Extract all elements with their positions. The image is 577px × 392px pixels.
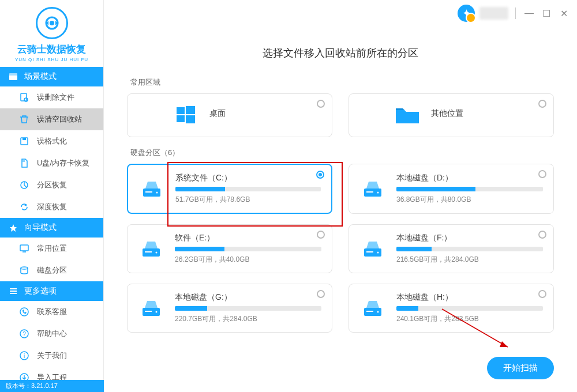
scene-icon — [8, 71, 18, 82]
svg-rect-28 — [186, 115, 195, 123]
monitor-icon — [18, 243, 30, 254]
menu-icon — [8, 286, 18, 296]
question-icon: ? — [18, 328, 30, 340]
disk-partition-label: 硬盘分区（6） — [130, 148, 554, 158]
svg-point-15 — [21, 267, 28, 269]
sidebar-item-label: 误格式化 — [37, 136, 67, 146]
disk-usage-bar — [175, 187, 321, 191]
disk-usage-text: 36.8GB可用，共80.0GB — [396, 195, 543, 205]
disk-title: 本地磁盘（H:） — [396, 292, 543, 303]
disk-usage-text: 220.7GB可用，共284.0GB — [175, 314, 321, 324]
drive-icon — [359, 176, 386, 202]
disk-title: 本地磁盘（D:） — [396, 173, 543, 183]
disk-usage-bar — [175, 306, 321, 311]
sidebar-item-label: 磁盘分区 — [37, 265, 67, 276]
section-label: 更多选项 — [24, 286, 57, 296]
drive-icon — [359, 295, 386, 322]
sidebar-item-recycle-bin[interactable]: 误清空回收站 — [0, 108, 103, 130]
svg-rect-31 — [145, 191, 152, 193]
svg-point-33 — [377, 191, 379, 193]
sidebar-item-deleted-files[interactable]: 误删除文件 — [0, 86, 103, 108]
disk-usage-bar — [175, 247, 321, 251]
svg-rect-27 — [177, 115, 185, 122]
svg-text:i: i — [24, 353, 25, 359]
radio-indicator — [538, 100, 546, 108]
phone-icon — [18, 306, 30, 318]
disk-grid: 系统文件（C:） 51.7GB可用，共78.6GB 本地磁盘（D:） 36.8G… — [127, 164, 554, 333]
section-header-wizard[interactable]: 向导模式 — [0, 218, 103, 238]
disk-usage-text: 51.7GB可用，共78.6GB — [175, 195, 321, 205]
page-title: 选择文件移入回收站前所在的分区 — [127, 46, 554, 60]
disk-icon — [18, 265, 30, 276]
pin-icon — [8, 223, 18, 233]
disk-title: 本地磁盘（F:） — [396, 233, 543, 243]
card-desktop[interactable]: 桌面 — [127, 93, 332, 137]
disk-card-2[interactable]: 软件（E:） 26.2GB可用，共40.0GB — [127, 224, 332, 273]
sidebar-item-label: 误清空回收站 — [37, 114, 82, 125]
card-other-location[interactable]: 其他位置 — [349, 93, 554, 137]
radio-indicator — [316, 171, 324, 179]
sidebar-item-usb[interactable]: U盘/内存卡恢复 — [0, 152, 103, 174]
svg-point-45 — [377, 311, 379, 312]
sidebar-item-label: 常用位置 — [37, 243, 67, 254]
version-bar: 版本号：3.21.0.17 — [0, 380, 104, 392]
logo-block: 云骑士数据恢复 YUN QI SHI SHU JU HUI FU — [0, 0, 103, 67]
disk-title: 软件（E:） — [175, 233, 321, 243]
radio-indicator — [538, 231, 546, 239]
svg-rect-40 — [366, 251, 373, 252]
svg-rect-34 — [366, 191, 373, 193]
sidebar-item-label: 关于我们 — [37, 350, 67, 361]
disk-title: 系统文件（C:） — [175, 173, 321, 183]
card-title: 其他位置 — [431, 108, 463, 119]
logo-title: 云骑士数据恢复 — [0, 43, 103, 56]
svg-rect-25 — [177, 107, 185, 114]
svg-rect-8 — [23, 138, 26, 140]
disk-card-4[interactable]: 本地磁盘（G:） 220.7GB可用，共284.0GB — [127, 284, 332, 333]
disk-card-0[interactable]: 系统文件（C:） 51.7GB可用，共78.6GB — [127, 164, 332, 214]
drive-icon — [138, 295, 164, 322]
radio-indicator — [317, 290, 325, 298]
refresh-icon — [18, 201, 30, 213]
sidebar-item-common-location[interactable]: 常用位置 — [0, 238, 103, 259]
disk-usage-text: 26.2GB可用，共40.0GB — [175, 255, 321, 265]
svg-point-36 — [156, 251, 158, 253]
sidebar-item-disk-partition[interactable]: 磁盘分区 — [0, 259, 103, 281]
logo-icon — [36, 7, 68, 39]
sidebar-item-contact[interactable]: 联系客服 — [0, 301, 103, 323]
svg-point-42 — [156, 311, 158, 312]
svg-point-30 — [156, 191, 158, 193]
svg-rect-37 — [145, 251, 152, 252]
start-scan-button[interactable]: 开始扫描 — [487, 357, 554, 379]
folder-icon — [394, 102, 421, 129]
sidebar-item-help[interactable]: ? 帮助中心 — [0, 323, 103, 345]
svg-rect-46 — [366, 311, 373, 312]
sidebar-item-label: 帮助中心 — [37, 329, 67, 339]
info-icon: i — [18, 350, 30, 361]
radio-indicator — [317, 100, 325, 108]
sidebar-item-about[interactable]: i 关于我们 — [0, 345, 103, 367]
sidebar-item-format[interactable]: 误格式化 — [0, 130, 103, 152]
sidebar-item-deep[interactable]: 深度恢复 — [0, 196, 103, 218]
disk-usage-text: 240.1GB可用，共283.5GB — [396, 314, 543, 324]
sidebar-item-label: 误删除文件 — [37, 92, 74, 103]
radio-indicator — [317, 231, 325, 239]
svg-rect-4 — [9, 73, 17, 76]
trash-icon — [18, 114, 30, 125]
sd-card-icon — [18, 157, 30, 169]
disk-card-1[interactable]: 本地磁盘（D:） 36.8GB可用，共80.0GB — [349, 164, 554, 214]
section-label: 向导模式 — [24, 223, 57, 233]
common-area-label: 常用区域 — [130, 77, 554, 88]
sidebar-item-label: 分区恢复 — [37, 180, 67, 190]
svg-rect-5 — [21, 93, 27, 101]
svg-rect-13 — [20, 245, 28, 251]
svg-rect-43 — [145, 311, 152, 312]
svg-point-19 — [20, 308, 28, 316]
disk-card-5[interactable]: 本地磁盘（H:） 240.1GB可用，共283.5GB — [349, 284, 554, 333]
section-header-more[interactable]: 更多选项 — [0, 281, 103, 301]
drive-icon — [359, 236, 386, 262]
logo-subtitle: YUN QI SHI SHU JU HUI FU — [0, 57, 103, 62]
disk-card-3[interactable]: 本地磁盘（F:） 216.5GB可用，共284.0GB — [349, 224, 554, 273]
save-icon — [18, 135, 30, 147]
sidebar-item-partition[interactable]: 分区恢复 — [0, 174, 103, 196]
section-header-scene[interactable]: 场景模式 — [0, 67, 103, 86]
